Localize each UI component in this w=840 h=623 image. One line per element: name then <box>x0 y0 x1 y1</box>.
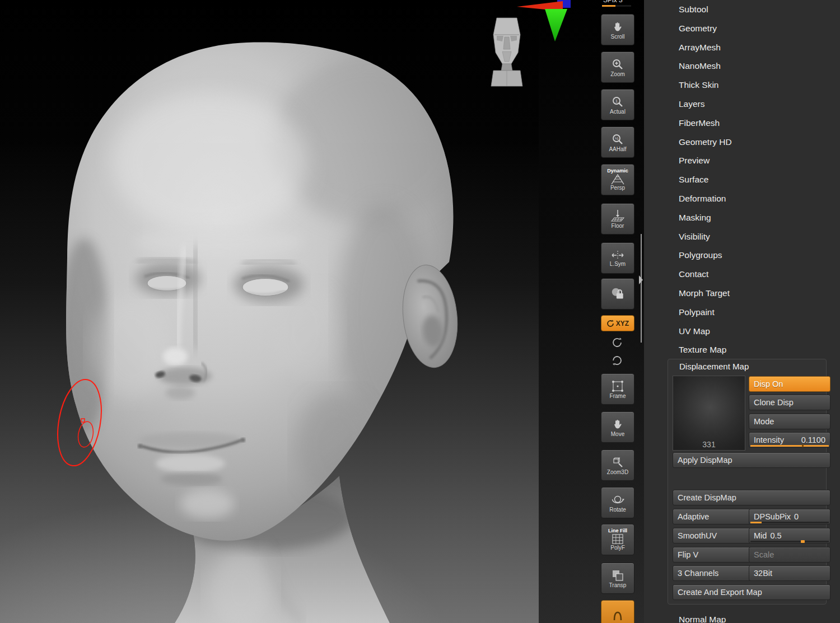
palette-item-texture-map[interactable]: Texture Map <box>644 340 840 359</box>
dispmap-thumbnail[interactable]: 331 <box>673 376 745 451</box>
polyframe-sublabel: Line Fill <box>608 528 627 533</box>
dpsubpix-label: DPSubPix <box>754 512 791 521</box>
spix-slider[interactable]: SPix 3 <box>600 0 634 7</box>
smoothuv-button[interactable]: SmoothUV <box>673 528 755 544</box>
channels-label: 3 Channels <box>678 569 718 578</box>
rotate-y-toggle[interactable] <box>606 335 628 350</box>
axis-orientation-arrows[interactable] <box>512 0 574 45</box>
rotate3d-icon <box>611 493 624 507</box>
dpsubpix-slider[interactable]: DPSubPix 0 <box>749 509 830 524</box>
local-symmetry-button-label: L.Sym <box>610 261 626 267</box>
aahalf-button[interactable]: ½ AAHalf <box>601 127 634 158</box>
panel-scrollbar[interactable] <box>641 234 642 343</box>
dpsubpix-value: 0 <box>794 512 799 521</box>
transp-button-label: Transp <box>609 582 627 588</box>
hand-move-icon <box>611 418 624 431</box>
mode-button[interactable]: Mode <box>749 414 830 429</box>
intensity-slider-track <box>750 445 829 447</box>
aahalf-button-label: AAHalf <box>609 146 626 152</box>
smoothuv-label: SmoothUV <box>678 531 717 540</box>
floor-button-label: Floor <box>612 223 624 229</box>
palette-item-geometry-hd[interactable]: Geometry HD <box>644 133 840 152</box>
rotate-button[interactable]: Rotate <box>601 487 634 518</box>
palette-item-polygroups[interactable]: Polygroups <box>644 246 840 265</box>
create-export-map-label: Create And Export Map <box>678 588 762 597</box>
zoom-button[interactable]: Zoom <box>601 51 634 83</box>
palette-item-normal-map[interactable]: Normal Map <box>644 610 840 623</box>
palette-item-thick-skin[interactable]: Thick Skin <box>644 76 840 95</box>
hand-scroll-icon <box>611 20 624 34</box>
intensity-label: Intensity <box>754 435 784 444</box>
move-button[interactable]: Move <box>601 411 634 443</box>
palette-item-polypaint[interactable]: Polypaint <box>644 303 840 322</box>
rotate-z-icon <box>611 354 623 367</box>
dynamic-persp-sublabel: Dynamic <box>607 168 628 174</box>
sculpt-head-model[interactable] <box>0 0 539 623</box>
floor-button[interactable]: Floor <box>601 203 634 235</box>
palette-item-uv-map[interactable]: UV Map <box>644 322 840 341</box>
apply-dispmap-label: Apply DispMap <box>678 456 732 465</box>
palette-item-morph-target[interactable]: Morph Target <box>644 284 840 303</box>
create-dispmap-label: Create DispMap <box>678 493 736 502</box>
scale-button[interactable]: Scale <box>749 547 830 563</box>
mid-value: 0.5 <box>770 531 781 540</box>
palette-item-subtool[interactable]: Subtool <box>644 0 840 19</box>
ghost-button[interactable] <box>601 600 634 623</box>
actual-button[interactable]: 1 Actual <box>601 89 634 120</box>
palette-item-layers[interactable]: Layers <box>644 95 840 114</box>
mid-slider[interactable]: Mid 0.5 <box>749 528 830 544</box>
dynamic-persp-button[interactable]: Dynamic Persp <box>601 164 634 195</box>
palette-item-preview[interactable]: Preview <box>644 151 840 170</box>
scroll-button-label: Scroll <box>610 34 624 40</box>
palette-item-masking[interactable]: Masking <box>644 208 840 227</box>
panel-divider-arrow[interactable] <box>639 275 643 284</box>
rotate-y-icon <box>611 336 623 349</box>
flip-v-button[interactable]: Flip V <box>673 547 755 563</box>
rotate-button-label: Rotate <box>609 507 626 513</box>
magnifier-actual-icon: 1 <box>611 95 624 109</box>
floor-grid-icon <box>610 209 625 223</box>
zoom3d-icon <box>611 456 624 469</box>
create-export-map-button[interactable]: Create And Export Map <box>673 584 830 600</box>
palette-item-deformation[interactable]: Deformation <box>644 189 840 208</box>
palette-item-arraymesh[interactable]: ArrayMesh <box>644 38 840 57</box>
lock-button[interactable] <box>601 278 634 310</box>
magnifier-plus-icon <box>611 58 624 71</box>
bit-depth-label: 32Bit <box>754 569 772 578</box>
mode-label: Mode <box>754 417 774 426</box>
channels-button[interactable]: 3 Channels <box>673 565 755 581</box>
brush-cursor-circle <box>53 374 115 475</box>
palette-item-fibermesh[interactable]: FiberMesh <box>644 114 840 133</box>
palette-item-nanomesh[interactable]: NanoMesh <box>644 57 840 76</box>
apply-dispmap-button[interactable]: Apply DispMap <box>673 452 830 468</box>
sculpt-viewport[interactable] <box>0 0 539 623</box>
ghost-brush-icon <box>611 609 624 622</box>
spix-track <box>602 5 631 7</box>
mid-slider-track <box>750 541 829 542</box>
disp-on-button[interactable]: Disp On <box>749 376 830 392</box>
xyz-rotation-button[interactable]: XYZ <box>601 315 634 331</box>
spix-label: SPix 3 <box>603 0 623 4</box>
transp-button[interactable]: Transp <box>601 563 634 594</box>
rotate-z-toggle[interactable] <box>606 353 628 368</box>
adaptive-button[interactable]: Adaptive <box>673 509 755 524</box>
transparency-icon <box>611 569 624 582</box>
palette-item-geometry[interactable]: Geometry <box>644 19 840 38</box>
displacement-map-header[interactable]: Displacement Map <box>679 360 749 373</box>
zoom3d-button[interactable]: Zoom3D <box>601 449 634 481</box>
frame-button[interactable]: Frame <box>601 373 634 405</box>
local-symmetry-button[interactable]: L.Sym <box>601 242 634 274</box>
intensity-slider[interactable]: Intensity 0.1100 <box>749 432 830 448</box>
perspective-grid-icon <box>610 174 625 185</box>
palette-item-contact[interactable]: Contact <box>644 265 840 284</box>
polyframe-button[interactable]: Line Fill PolyF <box>601 524 634 555</box>
bit-depth-button[interactable]: 32Bit <box>749 565 830 581</box>
symmetry-arrows-icon <box>610 250 625 261</box>
polyframe-grid-icon <box>611 533 624 545</box>
scroll-button[interactable]: Scroll <box>601 14 634 45</box>
palette-item-surface[interactable]: Surface <box>644 170 840 189</box>
palette-item-visibility[interactable]: Visibility <box>644 227 840 246</box>
create-dispmap-button[interactable]: Create DispMap <box>673 490 830 505</box>
svg-text:½: ½ <box>615 136 619 141</box>
clone-disp-button[interactable]: Clone Disp <box>749 395 830 410</box>
